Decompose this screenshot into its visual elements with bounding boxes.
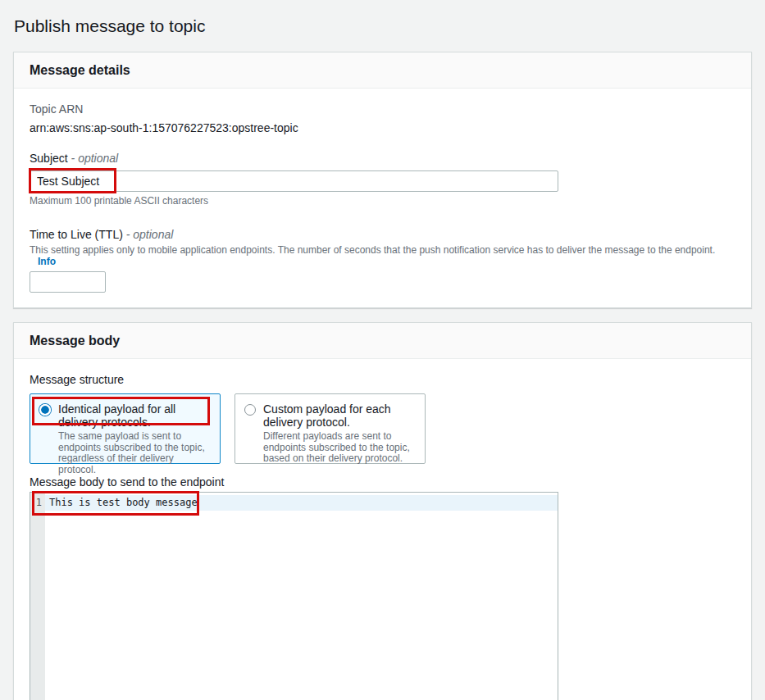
tile-custom-description: Different payloads are sent to endpoints… <box>263 431 415 465</box>
message-details-panel: Message details Topic ARN arn:aws:sns:ap… <box>13 52 752 308</box>
message-body-content: Message structure Identical payload for … <box>14 359 751 700</box>
subject-label: Subject - optional <box>30 152 735 165</box>
tile-custom-label: Custom payload for each delivery protoco… <box>263 402 415 429</box>
page-title: Publish message to topic <box>13 16 752 36</box>
radio-unselected-icon[interactable] <box>244 404 256 416</box>
editor-line-number-gutter: 1 <box>30 493 45 700</box>
subject-help-text: Maximum 100 printable ASCII characters <box>30 195 735 207</box>
editor-line-1[interactable]: This is test body message <box>45 495 558 511</box>
message-body-editor[interactable]: 1 This is test body message <box>30 492 558 700</box>
line-number: 1 <box>30 495 42 511</box>
message-body-title: Message body <box>30 334 735 348</box>
message-details-title: Message details <box>30 63 735 78</box>
editor-code-area[interactable]: This is test body message <box>45 493 558 700</box>
message-structure-tiles: Identical payload for all delivery proto… <box>30 393 735 464</box>
publish-message-page: Publish message to topic Message details… <box>0 0 765 700</box>
message-structure-label: Message structure <box>30 373 735 386</box>
subject-optional-tag: - optional <box>71 152 119 165</box>
ttl-label: Time to Live (TTL) - optional <box>30 228 735 241</box>
message-body-header: Message body <box>14 323 751 359</box>
message-body-to-send-label: Message body to send to the endpoint <box>30 475 735 489</box>
subject-input-wrap <box>30 170 558 192</box>
message-details-header: Message details <box>14 52 751 89</box>
tile-identical-description: The same payload is sent to endpoints su… <box>58 431 210 475</box>
tile-identical-label: Identical payload for all delivery proto… <box>58 402 210 429</box>
message-details-body: Topic ARN arn:aws:sns:ap-south-1:1570762… <box>14 89 751 307</box>
message-body-panel: Message body Message structure Identical… <box>13 322 752 700</box>
ttl-input[interactable] <box>30 271 106 293</box>
topic-arn-value: arn:aws:sns:ap-south-1:157076227523:opst… <box>30 121 735 134</box>
subject-input[interactable] <box>30 170 558 192</box>
ttl-optional-tag: - optional <box>126 228 174 241</box>
topic-arn-label: Topic ARN <box>30 102 735 116</box>
tile-custom-payload[interactable]: Custom payload for each delivery protoco… <box>235 393 426 464</box>
radio-selected-icon[interactable] <box>39 404 51 416</box>
ttl-description: This setting applies only to mobile appl… <box>30 244 735 267</box>
tile-identical-payload[interactable]: Identical payload for all delivery proto… <box>30 393 221 464</box>
ttl-info-link[interactable]: Info <box>38 256 56 267</box>
